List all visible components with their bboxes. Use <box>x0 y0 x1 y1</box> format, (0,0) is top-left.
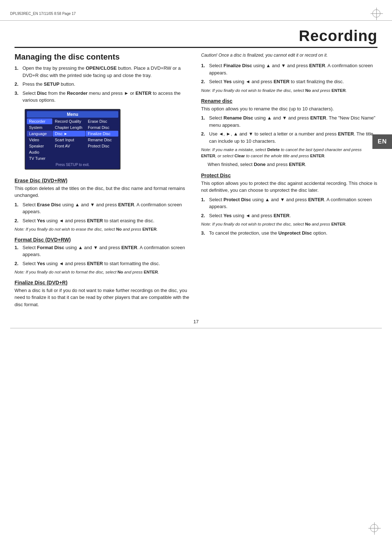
menu-item-audio: Audio <box>27 149 52 155</box>
protect-step-1: 1. Select Protect Disc using ▲ and ▼ and… <box>201 196 377 210</box>
protect-disc-steps: 1. Select Protect Disc using ▲ and ▼ and… <box>201 196 377 219</box>
intro-step-1: 1. Open the tray by pressing the OPEN/CL… <box>15 65 191 79</box>
format-step-2: 2. Select Yes using ◄ and press ENTER to… <box>15 260 191 267</box>
protect-disc-step3-list: 3. To cancel the protection, use the Unp… <box>201 230 377 237</box>
menu-item-chapterlength: Chapter Length <box>53 125 85 130</box>
rename-step-2: 2. Use ◄, ►, ▲ and ▼ to select a letter … <box>201 130 377 145</box>
rename-step-1: 1. Select Rename Disc using ▲ and ▼ and … <box>201 114 377 129</box>
rename-disc-steps: 1. Select Rename Disc using ▲ and ▼ and … <box>201 114 377 145</box>
rename-disc-section: Rename disc This option allows you to re… <box>201 98 377 168</box>
menu-item-scartinput: Scart Input <box>53 137 85 143</box>
finalize-disc-section: Finalize Disc (DVD+R) When a disc is ful… <box>15 280 191 308</box>
finalize-step-1: 1. Select Finalize Disc using ▲ and ▼ an… <box>201 62 377 76</box>
menu-grid: Recorder System Language Video Speaker A… <box>27 118 118 161</box>
erase-disc-steps: 1. Select Erase Disc using ▲ and ▼ and p… <box>15 201 191 224</box>
menu-item-tvtuner: TV Tuner <box>27 155 52 161</box>
menu-item-erasedisc: Erase Disc <box>86 118 118 124</box>
menu-item-language: Language <box>27 131 52 137</box>
erase-step-2: 2. Select Yes using ◄ and press ENTER to… <box>15 217 191 224</box>
format-step-1: 1. Select Format Disc using ▲ and ▼ and … <box>15 244 191 258</box>
page-number-area: 17 <box>0 310 392 328</box>
finalize-steps-list: 1. Select Finalize Disc using ▲ and ▼ an… <box>201 62 377 85</box>
format-disc-title: Format Disc (DVD+RW) <box>15 237 191 243</box>
menu-item-speaker: Speaker <box>27 143 52 149</box>
finalize-disc-title: Finalize Disc (DVD+R) <box>15 280 191 285</box>
menu-item-frontav: Front AV <box>53 143 85 149</box>
menu-item-renamedisc: Rename Disc <box>86 137 118 143</box>
right-column: Caution! Once a disc is finalized, you c… <box>201 52 377 310</box>
intro-step-2: 2. Press the SETUP button. <box>15 81 191 88</box>
format-disc-note: Note: If you finally do not wish to form… <box>15 269 191 275</box>
rename-disc-note: Note: If you make a mistake, select Dele… <box>201 147 377 159</box>
menu-item-video: Video <box>27 137 52 143</box>
rename-disc-title: Rename disc <box>201 98 377 104</box>
menu-col-3: Erase Disc Format Disc Finalize Disc Ren… <box>86 118 118 161</box>
menu-item-disc: Disc ► <box>53 131 85 137</box>
erase-disc-title: Erase Disc (DVD+RW) <box>15 178 191 183</box>
finalize-note: Note: If you finally do not wish to fina… <box>201 88 377 94</box>
menu-item-system: System <box>27 125 52 130</box>
bottom-line <box>10 328 382 328</box>
finalize-step-2: 2. Select Yes using ◄ and press ENTER to… <box>201 78 377 85</box>
page-title: Recording <box>299 27 377 44</box>
menu-title-bar: Menu <box>27 111 118 118</box>
en-badge: EN <box>372 134 392 149</box>
erase-disc-note: Note: If you finally do not wish to eras… <box>15 226 191 232</box>
protect-disc-title: Protect Disc <box>201 173 377 178</box>
managing-section-title: Managing the disc contents <box>15 52 191 62</box>
erase-disc-description: This option deletes all the titles on th… <box>15 185 191 199</box>
menu-item-formatdisc: Format Disc <box>86 125 118 130</box>
finalize-disc-description: When a disc is full or if you do not wan… <box>15 287 191 308</box>
format-disc-section: Format Disc (DVD+RW) 1. Select Format Di… <box>15 237 191 275</box>
protect-step-3: 3. To cancel the protection, use the Unp… <box>201 230 377 237</box>
main-content: Managing the disc contents 1. Open the t… <box>0 48 392 310</box>
intro-step-3: 3. Select Disc from the Recorder menu an… <box>15 90 191 104</box>
menu-col-1: Recorder System Language Video Speaker A… <box>27 118 52 161</box>
page-number: 17 <box>193 319 199 324</box>
menu-item-finalizedisc: Finalize Disc <box>86 131 118 137</box>
left-column: Managing the disc contents 1. Open the t… <box>15 52 191 310</box>
protect-disc-description: This option allows you to protect the di… <box>201 180 377 194</box>
intro-steps-list: 1. Open the tray by pressing the OPEN/CL… <box>15 65 191 104</box>
format-disc-steps: 1. Select Format Disc using ▲ and ▼ and … <box>15 244 191 267</box>
menu-item-protectdisc: Protect Disc <box>86 143 118 149</box>
erase-disc-section: Erase Disc (DVD+RW) This option deletes … <box>15 178 191 232</box>
caution-text: Caution! Once a disc is finalized, you c… <box>201 52 377 58</box>
menu-screenshot: Menu Recorder System Language Video Spea… <box>25 109 121 170</box>
menu-item-recordquality: Record Quality <box>53 118 85 124</box>
menu-footer: Press SETUP to exit. <box>27 162 118 167</box>
menu-item-recorder: Recorder <box>27 118 52 124</box>
protect-disc-note: Note: If you finally do not wish to prot… <box>201 221 377 227</box>
protect-disc-section: Protect Disc This option allows you to p… <box>201 173 377 237</box>
header-bar: DPL953REC_EN 17/11/05 8:58 Page 17 <box>0 7 392 21</box>
rename-disc-description: This option allows you to rename the dis… <box>201 105 377 113</box>
menu-col-2: Record Quality Chapter Length Disc ► Sca… <box>53 118 85 161</box>
erase-step-1: 1. Select Erase Disc using ▲ and ▼ and p… <box>15 201 191 215</box>
header-text: DPL953REC_EN 17/11/05 8:58 Page 17 <box>10 12 371 16</box>
protect-step-2: 2. Select Yes using ◄ and press ENTER. <box>201 212 377 219</box>
rename-when-finished: When finished, select Done and press ENT… <box>208 161 377 168</box>
header-crosshair <box>371 8 382 19</box>
recording-title-area: Recording <box>0 21 392 46</box>
page-container: DPL953REC_EN 17/11/05 8:58 Page 17 Recor… <box>0 0 392 535</box>
